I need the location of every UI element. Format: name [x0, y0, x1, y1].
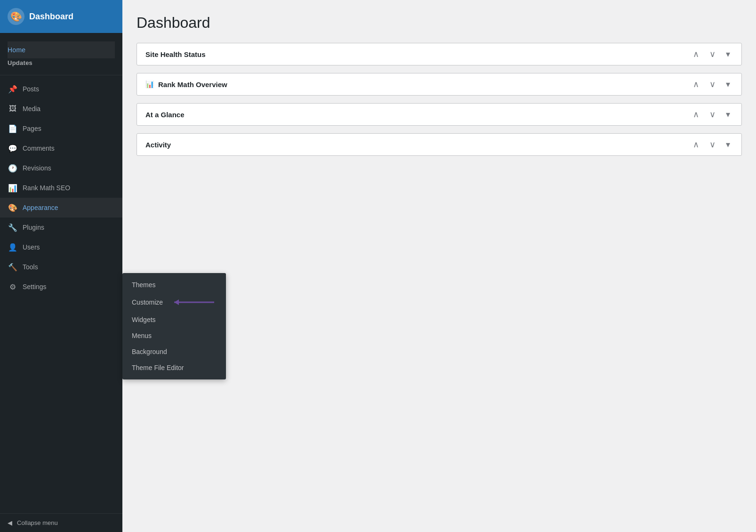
widget-title-activity: Activity	[145, 141, 171, 149]
sidebar-item-comments[interactable]: 💬 Comments	[0, 138, 122, 158]
submenu-item-themes[interactable]: Themes	[122, 277, 226, 293]
sidebar-item-appearance[interactable]: 🎨 Appearance	[0, 198, 122, 218]
sidebar-item-settings[interactable]: ⚙ Settings	[0, 277, 122, 297]
sidebar-item-label: Appearance	[23, 204, 58, 211]
sidebar-item-label: Media	[23, 105, 40, 113]
sidebar-item-rankmath[interactable]: 📊 Rank Math SEO	[0, 178, 122, 198]
tools-icon: 🔨	[8, 262, 18, 272]
widget-controls-at-a-glance: ∧ ∨ ▾	[690, 109, 733, 120]
users-icon: 👤	[8, 242, 18, 252]
widget-controls-rank-math: ∧ ∨ ▾	[690, 79, 733, 89]
widget-toggle-btn-rank-math[interactable]: ▾	[723, 79, 733, 89]
collapse-menu[interactable]: ◀ Collapse menu	[0, 513, 122, 532]
submenu-item-customize[interactable]: Customize	[122, 293, 226, 312]
widget-up-btn-rank-math[interactable]: ∧	[690, 79, 702, 89]
pages-icon: 📄	[8, 123, 18, 134]
sidebar-item-label: Comments	[23, 145, 55, 152]
sidebar-item-pages[interactable]: 📄 Pages	[0, 119, 122, 138]
sidebar-item-media[interactable]: 🖼 Media	[0, 99, 122, 119]
widget-title-site-health: Site Health Status	[145, 50, 206, 58]
sidebar-item-label: Revisions	[23, 164, 51, 172]
sidebar-item-label: Plugins	[23, 224, 44, 231]
widget-header-site-health: Site Health Status ∧ ∨ ▾	[137, 43, 741, 65]
widget-at-a-glance: At a Glance ∧ ∨ ▾	[137, 103, 742, 126]
sidebar-item-label: Users	[23, 243, 40, 251]
settings-icon: ⚙	[8, 282, 18, 292]
sidebar-header[interactable]: 🎨 Dashboard	[0, 0, 122, 33]
home-label: Home	[8, 46, 25, 54]
widget-toggle-btn-site-health[interactable]: ▾	[723, 49, 733, 59]
collapse-icon: ◀	[8, 519, 12, 526]
appearance-icon: 🎨	[8, 202, 18, 213]
content-area: Dashboard Site Health Status ∧ ∨ ▾ 📊 Ran…	[122, 0, 756, 532]
widget-toggle-btn-at-a-glance[interactable]: ▾	[723, 109, 733, 120]
widget-down-btn-activity[interactable]: ∨	[707, 139, 718, 150]
rankmath-icon: 📊	[8, 183, 18, 193]
submenu-item-menus[interactable]: Menus	[122, 328, 226, 344]
widget-activity: Activity ∧ ∨ ▾	[137, 133, 742, 156]
customize-arrow-icon	[169, 297, 217, 307]
widget-up-btn-activity[interactable]: ∧	[690, 139, 702, 150]
sidebar: 🎨 Dashboard Home Updates 📌 Posts 🖼 Media…	[0, 0, 122, 532]
posts-icon: 📌	[8, 84, 18, 94]
widget-down-btn-at-a-glance[interactable]: ∨	[707, 109, 718, 120]
divider-1	[0, 75, 122, 75]
site-title: Dashboard	[29, 12, 73, 22]
sidebar-item-posts[interactable]: 📌 Posts	[0, 79, 122, 99]
comments-icon: 💬	[8, 143, 18, 153]
sidebar-item-label: Pages	[23, 125, 41, 132]
widget-rank-math: 📊 Rank Math Overview ∧ ∨ ▾	[137, 73, 742, 96]
rank-math-icon: 📊	[145, 80, 154, 89]
submenu-item-background[interactable]: Background	[122, 344, 226, 360]
sidebar-item-label: Rank Math SEO	[23, 184, 70, 192]
widget-header-at-a-glance: At a Glance ∧ ∨ ▾	[137, 104, 741, 125]
widget-title-at-a-glance: At a Glance	[145, 111, 185, 119]
sidebar-item-plugins[interactable]: 🔧 Plugins	[0, 218, 122, 237]
widget-controls-activity: ∧ ∨ ▾	[690, 139, 733, 150]
revisions-icon: 🕐	[8, 163, 18, 173]
wp-logo: 🎨	[8, 8, 24, 25]
widget-controls-site-health: ∧ ∨ ▾	[690, 49, 733, 59]
widget-down-btn-rank-math[interactable]: ∨	[707, 79, 718, 89]
widget-site-health: Site Health Status ∧ ∨ ▾	[137, 43, 742, 65]
widget-up-btn-site-health[interactable]: ∧	[690, 49, 702, 59]
sidebar-item-label: Settings	[23, 283, 47, 290]
widget-title-rank-math: 📊 Rank Math Overview	[145, 80, 227, 89]
plugins-icon: 🔧	[8, 222, 18, 233]
main-content: Dashboard Site Health Status ∧ ∨ ▾ 📊 Ran…	[122, 0, 756, 532]
appearance-submenu: Themes Customize Widgets Menus Backgroun…	[122, 273, 226, 379]
widget-header-rank-math: 📊 Rank Math Overview ∧ ∨ ▾	[137, 73, 741, 95]
sidebar-item-revisions[interactable]: 🕐 Revisions	[0, 158, 122, 178]
media-icon: 🖼	[8, 104, 18, 114]
sidebar-item-home[interactable]: Home	[8, 41, 115, 58]
page-title: Dashboard	[137, 14, 742, 32]
sidebar-item-label: Tools	[23, 263, 38, 271]
collapse-label: Collapse menu	[17, 519, 58, 526]
sidebar-item-updates[interactable]: Updates	[8, 58, 115, 68]
sidebar-item-users[interactable]: 👤 Users	[0, 237, 122, 257]
widget-toggle-btn-activity[interactable]: ▾	[723, 139, 733, 150]
submenu-item-theme-file-editor[interactable]: Theme File Editor	[122, 360, 226, 376]
submenu-item-widgets[interactable]: Widgets	[122, 312, 226, 328]
sidebar-item-label: Posts	[23, 85, 39, 93]
widget-up-btn-at-a-glance[interactable]: ∧	[690, 109, 702, 120]
svg-marker-1	[174, 299, 179, 305]
widget-header-activity: Activity ∧ ∨ ▾	[137, 134, 741, 155]
sidebar-item-tools[interactable]: 🔨 Tools	[0, 257, 122, 277]
home-section: Home Updates	[0, 33, 122, 71]
widget-down-btn-site-health[interactable]: ∨	[707, 49, 718, 59]
